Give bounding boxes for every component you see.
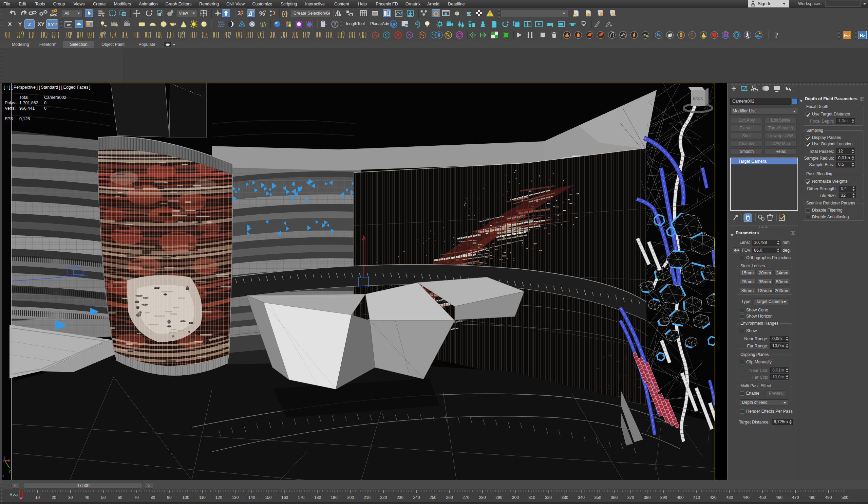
svg-text:240: 240 <box>413 495 420 500</box>
svg-text:490: 490 <box>825 495 832 500</box>
svg-text:280: 280 <box>479 495 486 500</box>
svg-text:330: 330 <box>561 495 568 500</box>
svg-text:140: 140 <box>248 495 255 500</box>
svg-text:430: 430 <box>726 495 733 500</box>
svg-text:50: 50 <box>101 495 106 500</box>
svg-text:340: 340 <box>578 495 585 500</box>
svg-text:90: 90 <box>167 495 172 500</box>
svg-text:c: c <box>863 34 865 38</box>
svg-text:200: 200 <box>347 495 354 500</box>
svg-text:y: y <box>9 469 11 473</box>
svg-text:370: 370 <box>628 495 634 500</box>
svg-text:BACK: BACK <box>693 97 703 101</box>
svg-text:450: 450 <box>759 495 766 500</box>
svg-text:390: 390 <box>660 495 667 500</box>
svg-text:470: 470 <box>792 495 799 500</box>
svg-text:150: 150 <box>265 495 271 500</box>
svg-text:120: 120 <box>216 495 222 500</box>
svg-text:80: 80 <box>151 495 155 500</box>
svg-text:270: 270 <box>463 495 469 500</box>
svg-text:{: { <box>282 10 284 17</box>
svg-text:300: 300 <box>512 495 519 500</box>
svg-text:z: z <box>2 473 4 477</box>
svg-text:420: 420 <box>710 495 716 500</box>
svg-text:130: 130 <box>232 495 239 500</box>
svg-text:290: 290 <box>495 495 502 500</box>
svg-text:3: 3 <box>238 10 240 17</box>
svg-text:250: 250 <box>430 495 436 500</box>
svg-text:S: S <box>405 24 407 28</box>
svg-text:x: x <box>2 458 4 463</box>
svg-text:350: 350 <box>595 495 601 500</box>
svg-text:P: P <box>847 34 850 38</box>
svg-text:~: ~ <box>696 114 699 119</box>
svg-text:440: 440 <box>743 495 750 500</box>
svg-text:190: 190 <box>331 495 338 500</box>
svg-text:310: 310 <box>528 495 535 500</box>
svg-text:380: 380 <box>644 495 651 500</box>
svg-text:230: 230 <box>397 495 403 500</box>
svg-text:460: 460 <box>776 495 783 500</box>
svg-text:260: 260 <box>446 495 453 500</box>
svg-text:}: } <box>286 10 288 17</box>
svg-text:320: 320 <box>545 495 552 500</box>
svg-text:160: 160 <box>281 495 288 500</box>
svg-text:220: 220 <box>380 495 387 500</box>
svg-text:360: 360 <box>611 495 618 500</box>
svg-text:?: ? <box>333 21 337 27</box>
svg-text:QR: QR <box>391 22 397 27</box>
svg-text:180: 180 <box>314 495 321 500</box>
svg-text:10: 10 <box>35 495 40 500</box>
svg-text:400: 400 <box>676 495 683 500</box>
svg-text:100: 100 <box>183 495 189 500</box>
svg-text:F: F <box>844 32 847 38</box>
svg-text:60: 60 <box>118 495 123 500</box>
svg-text:?: ? <box>774 31 778 39</box>
svg-text:110: 110 <box>199 495 206 500</box>
svg-text:20: 20 <box>52 495 56 500</box>
svg-text:%: % <box>259 10 265 17</box>
svg-text:40: 40 <box>85 495 90 500</box>
svg-text:30: 30 <box>68 495 73 500</box>
svg-text:210: 210 <box>364 495 371 500</box>
svg-text:410: 410 <box>693 495 700 500</box>
svg-text:170: 170 <box>298 495 304 500</box>
svg-text:480: 480 <box>809 495 815 500</box>
svg-text:70: 70 <box>134 495 139 500</box>
svg-text:500: 500 <box>841 495 848 500</box>
